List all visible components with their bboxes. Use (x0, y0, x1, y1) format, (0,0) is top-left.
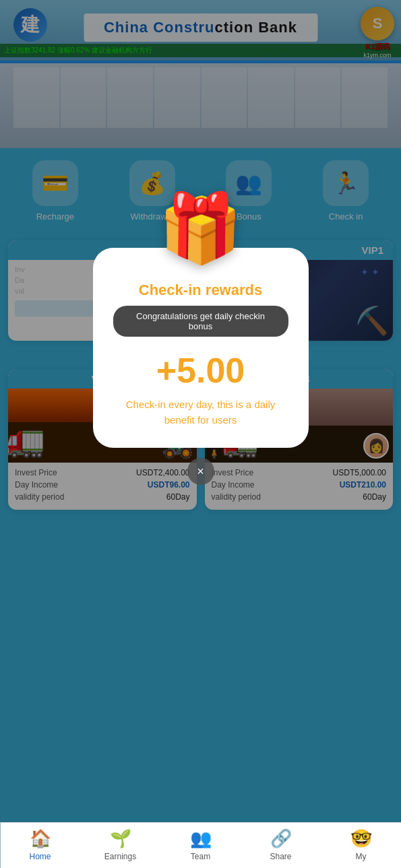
modal-close-button[interactable]: × (187, 458, 214, 485)
modal-overlay: 🎁 Check-in rewards Congratulations get d… (0, 0, 401, 868)
share-icon: 🔗 (270, 828, 292, 849)
close-icon: × (197, 465, 204, 479)
home-label: Home (29, 852, 51, 861)
earnings-icon: 🌱 (110, 828, 131, 849)
share-label: Share (270, 852, 291, 861)
team-icon: 👥 (190, 828, 212, 849)
modal-box: Check-in rewards Congratulations get dai… (93, 248, 309, 448)
my-label: My (356, 852, 367, 861)
nav-share[interactable]: 🔗 Share (261, 828, 301, 861)
home-icon: 🏠 (30, 828, 51, 849)
modal-toast: Congratulations get daily checkin bonus (113, 306, 288, 337)
earnings-label: Earnings (104, 852, 136, 861)
modal-title: Check-in rewards (113, 281, 288, 299)
bottom-nav: 🏠 Home 🌱 Earnings 👥 Team 🔗 Share 🤓 My (0, 822, 401, 868)
modal-amount: +5.00 (113, 350, 288, 391)
modal-desc: Check-in every day, this is a daily bene… (113, 397, 288, 428)
nav-my[interactable]: 🤓 My (341, 828, 381, 861)
modal-gift: 🎁 (158, 189, 243, 268)
my-icon: 🤓 (350, 828, 372, 849)
nav-home[interactable]: 🏠 Home (20, 828, 61, 861)
nav-earnings[interactable]: 🌱 Earnings (100, 828, 141, 861)
nav-team[interactable]: 👥 Team (181, 828, 221, 861)
team-label: Team (191, 852, 210, 861)
